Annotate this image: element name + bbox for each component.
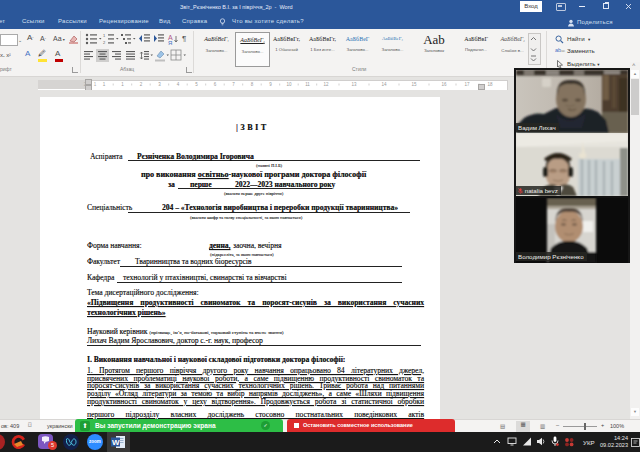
svg-text:11: 11	[305, 82, 310, 87]
svg-text:1: 1	[103, 82, 106, 87]
svg-text:2: 2	[140, 82, 143, 87]
svg-text:W: W	[112, 438, 120, 447]
svg-text:6: 6	[214, 82, 217, 87]
svg-text:¶: ¶	[182, 34, 186, 43]
svg-text:8: 8	[251, 82, 254, 87]
svg-text:Я: Я	[168, 40, 172, 46]
svg-text:1: 1	[94, 82, 97, 87]
svg-text:13: 13	[351, 82, 357, 87]
svg-text:2: 2	[103, 40, 106, 45]
svg-text:15: 15	[411, 82, 417, 87]
svg-text:16: 16	[441, 82, 447, 87]
svg-text:9: 9	[269, 82, 272, 87]
svg-text:4: 4	[177, 82, 180, 87]
svg-text:17: 17	[464, 82, 470, 87]
svg-text:1: 1	[103, 33, 106, 38]
svg-text:12: 12	[323, 82, 329, 87]
svg-text:10: 10	[286, 82, 292, 87]
svg-text:1: 1	[121, 82, 124, 87]
svg-text:14: 14	[381, 82, 387, 87]
svg-text:3: 3	[158, 82, 161, 87]
svg-text:7: 7	[232, 82, 235, 87]
svg-text:18: 18	[487, 82, 493, 87]
svg-text:5: 5	[195, 82, 198, 87]
